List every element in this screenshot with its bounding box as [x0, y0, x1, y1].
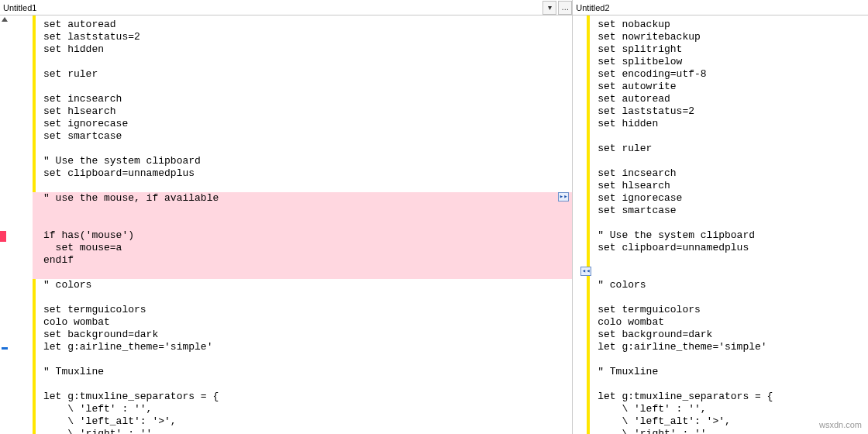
diff-jump-right-icon[interactable]: ▸▸ — [558, 192, 569, 202]
diff-marker-removed — [0, 231, 6, 242]
left-titlebar: Untitled1 ▾ … — [0, 0, 572, 16]
more-icon[interactable]: … — [558, 1, 572, 15]
diff-jump-left-icon[interactable]: ◂◂ — [580, 267, 591, 276]
left-margin — [0, 16, 11, 434]
diff-app: Untitled1 ▾ … set autoread set laststatu… — [0, 0, 868, 434]
right-titlebar: Untitled2 — [573, 0, 868, 16]
right-margin — [573, 16, 579, 434]
left-title-input[interactable]: Untitled1 — [0, 1, 541, 15]
left-body: set autoread set laststatus=2 set hidden… — [0, 16, 572, 434]
watermark: wsxdn.com — [819, 420, 862, 429]
right-title-input[interactable]: Untitled2 — [573, 1, 868, 15]
left-pane: Untitled1 ▾ … set autoread set laststatu… — [0, 0, 573, 434]
right-pane: Untitled2 set nobackup set nowritebackup… — [573, 0, 868, 434]
left-code[interactable]: set autoread set laststatus=2 set hidden… — [33, 16, 572, 434]
right-gutter — [579, 16, 587, 434]
fold-up-icon[interactable] — [2, 17, 8, 22]
left-code-column[interactable]: set autoread set laststatus=2 set hidden… — [33, 16, 572, 434]
dropdown-icon[interactable]: ▾ — [542, 1, 556, 15]
right-code-column[interactable]: set nobackup set nowritebackup set split… — [587, 16, 868, 434]
right-code[interactable]: set nobackup set nowritebackup set split… — [587, 16, 868, 434]
right-body: set nobackup set nowritebackup set split… — [573, 16, 868, 434]
diff-marker-info — [2, 347, 8, 350]
left-gutter — [11, 16, 33, 434]
